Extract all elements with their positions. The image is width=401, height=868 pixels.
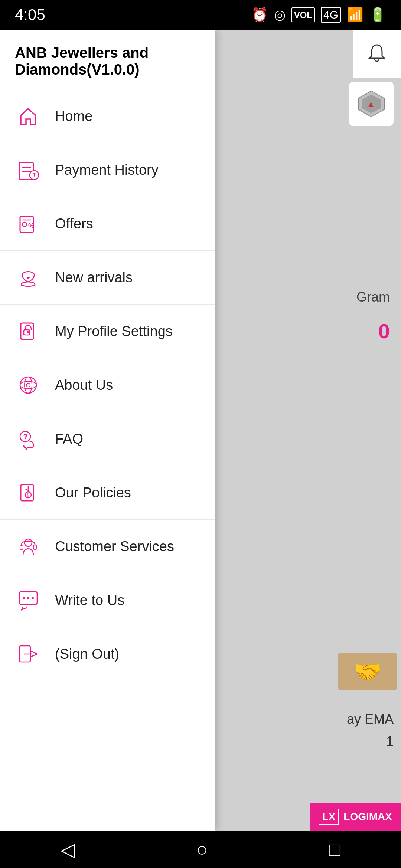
target-icon: ◎ bbox=[274, 7, 286, 23]
necklace-icon bbox=[15, 264, 42, 291]
menu-label-payment: Payment History bbox=[55, 162, 159, 178]
vol-icon: VOL bbox=[291, 7, 315, 22]
signal-icon: 📶 bbox=[347, 7, 363, 23]
menu-item-about[interactable]: About Us bbox=[0, 358, 215, 412]
app-container: ANB Jewellers and Diamonds(V1.0.0) Home bbox=[0, 30, 401, 831]
home-button[interactable]: ○ bbox=[196, 838, 208, 861]
svg-point-31 bbox=[32, 597, 34, 599]
ema-num: 1 bbox=[386, 734, 394, 749]
logimax-logo: LX bbox=[319, 809, 339, 825]
svg-point-30 bbox=[27, 597, 29, 599]
headset-icon bbox=[15, 533, 42, 560]
4g-icon: 4G bbox=[321, 7, 341, 23]
menu-label-home: Home bbox=[55, 108, 92, 124]
profile-lock-icon bbox=[15, 318, 42, 345]
svg-point-17 bbox=[25, 377, 32, 393]
policies-icon: ! bbox=[15, 479, 42, 506]
menu-item-write[interactable]: Write to Us bbox=[0, 573, 215, 627]
menu-item-new-arrivals[interactable]: New arrivals bbox=[0, 251, 215, 305]
right-panel: ▲ Gram 0 🤝 ay EMA 1 LX LOGIMAX bbox=[215, 30, 401, 831]
menu-item-home[interactable]: Home bbox=[0, 89, 215, 143]
bell-button[interactable] bbox=[353, 30, 401, 78]
faq-icon: ? bbox=[15, 425, 42, 452]
payment-icon: ₹ bbox=[15, 157, 42, 183]
menu-list: Home ₹ Payment History bbox=[0, 89, 215, 831]
svg-text:▲: ▲ bbox=[367, 99, 375, 109]
app-title: ANB Jewellers and Diamonds(V1.0.0) bbox=[15, 45, 200, 78]
svg-point-29 bbox=[23, 597, 25, 599]
menu-label-customer: Customer Services bbox=[55, 539, 174, 555]
svg-point-7 bbox=[22, 222, 27, 227]
drawer: ANB Jewellers and Diamonds(V1.0.0) Home bbox=[0, 30, 215, 831]
bottom-nav: ◁ ○ □ bbox=[0, 831, 401, 868]
menu-item-faq[interactable]: ? FAQ bbox=[0, 412, 215, 466]
menu-label-about: About Us bbox=[55, 377, 113, 393]
menu-label-write: Write to Us bbox=[55, 592, 124, 608]
status-icons: ⏰ ◎ VOL 4G 📶 🔋 bbox=[251, 7, 386, 23]
payment-image: 🤝 bbox=[338, 653, 397, 690]
svg-text:!: ! bbox=[27, 492, 29, 498]
menu-label-signout: (Sign Out) bbox=[55, 646, 119, 662]
svg-text:₹: ₹ bbox=[32, 172, 36, 178]
menu-label-arrivals: New arrivals bbox=[55, 270, 133, 286]
status-time: 4:05 bbox=[15, 6, 45, 24]
diamond-icon bbox=[15, 372, 42, 398]
svg-point-18 bbox=[20, 381, 36, 389]
logimax-label: LOGIMAX bbox=[343, 811, 392, 823]
svg-point-25 bbox=[25, 539, 32, 546]
svg-point-16 bbox=[20, 377, 36, 393]
back-button[interactable]: ◁ bbox=[61, 838, 75, 861]
drawer-header: ANB Jewellers and Diamonds(V1.0.0) bbox=[0, 30, 215, 89]
svg-point-15 bbox=[27, 331, 29, 333]
signout-icon bbox=[15, 641, 42, 667]
chat-icon bbox=[15, 587, 42, 614]
app-logo: ▲ bbox=[349, 82, 394, 126]
status-bar: 4:05 ⏰ ◎ VOL 4G 📶 🔋 bbox=[0, 0, 401, 30]
menu-label-faq: FAQ bbox=[55, 431, 83, 447]
recents-button[interactable]: □ bbox=[329, 838, 340, 861]
svg-point-9 bbox=[22, 282, 35, 286]
menu-label-policies: Our Policies bbox=[55, 485, 131, 501]
zero-value: 0 bbox=[378, 319, 390, 343]
menu-item-profile[interactable]: My Profile Settings bbox=[0, 305, 215, 358]
menu-label-offers: Offers bbox=[55, 216, 93, 232]
logimax-badge: LX LOGIMAX bbox=[310, 803, 401, 831]
ema-label: ay EMA bbox=[347, 711, 394, 727]
gram-label: Gram bbox=[356, 289, 390, 305]
svg-marker-12 bbox=[26, 277, 30, 279]
home-icon bbox=[15, 103, 42, 129]
menu-item-offers[interactable]: % Offers bbox=[0, 197, 215, 251]
menu-item-policies[interactable]: ! Our Policies bbox=[0, 466, 215, 520]
menu-label-profile: My Profile Settings bbox=[55, 323, 173, 339]
menu-item-payment-history[interactable]: ₹ Payment History bbox=[0, 143, 215, 197]
menu-item-customer-services[interactable]: Customer Services bbox=[0, 520, 215, 573]
svg-text:%: % bbox=[28, 222, 34, 230]
svg-text:?: ? bbox=[23, 433, 27, 441]
offers-icon: % bbox=[15, 210, 42, 237]
battery-icon: 🔋 bbox=[369, 7, 386, 23]
svg-point-19 bbox=[26, 383, 30, 387]
alarm-icon: ⏰ bbox=[251, 7, 268, 23]
menu-item-signout[interactable]: (Sign Out) bbox=[0, 627, 215, 681]
